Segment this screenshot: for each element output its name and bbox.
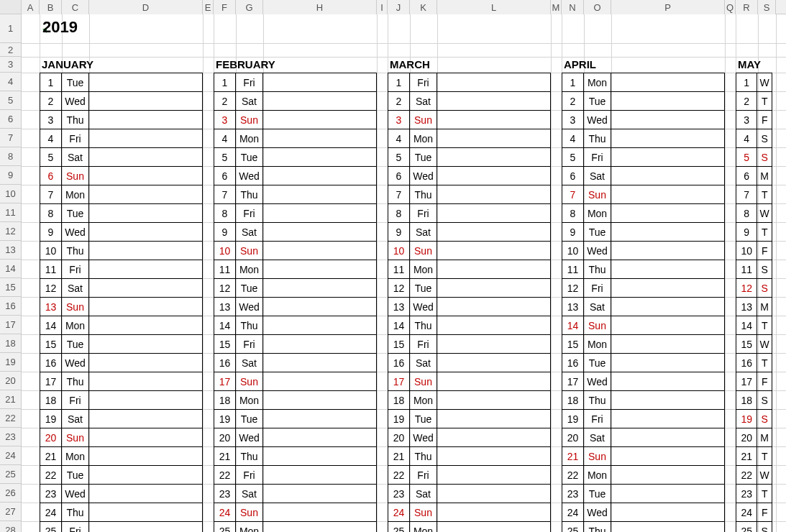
day-note[interactable] [89, 92, 202, 110]
calendar-row[interactable]: 2Tue [562, 92, 724, 111]
day-note[interactable] [611, 354, 724, 372]
calendar-row[interactable]: 1Tue [40, 73, 202, 92]
day-note[interactable] [89, 129, 202, 147]
calendar-row[interactable]: 20Sun [40, 428, 202, 447]
col-header-Q[interactable]: Q [725, 0, 736, 14]
day-note[interactable] [89, 335, 202, 353]
calendar-row[interactable]: 25S [736, 522, 772, 532]
calendar-row[interactable]: 6M [736, 167, 772, 185]
calendar-row[interactable]: 23Tue [562, 485, 724, 503]
calendar-row[interactable]: 6Sun [40, 167, 202, 185]
day-note[interactable] [437, 316, 550, 334]
calendar-row[interactable]: 17Wed [562, 372, 724, 391]
day-note[interactable] [437, 428, 550, 446]
day-note[interactable] [89, 167, 202, 185]
calendar-row[interactable]: 2T [736, 92, 772, 111]
day-note[interactable] [89, 372, 202, 390]
calendar-row[interactable]: 9T [736, 223, 772, 242]
col-header-E[interactable]: E [203, 0, 214, 14]
calendar-row[interactable]: 13M [736, 298, 772, 316]
day-note[interactable] [611, 466, 724, 484]
calendar-row[interactable]: 14Sun [562, 316, 724, 335]
calendar-row[interactable]: 3Thu [40, 111, 202, 129]
calendar-row[interactable]: 16T [736, 354, 772, 372]
calendar-row[interactable]: 17Sun [214, 372, 376, 391]
calendar-row[interactable]: 4Mon [214, 129, 376, 148]
calendar-row[interactable]: 16Wed [40, 354, 202, 372]
calendar-row[interactable]: 18Mon [214, 391, 376, 410]
calendar-row[interactable]: 22W [736, 466, 772, 485]
calendar-row[interactable]: 18Mon [388, 391, 550, 410]
row-header-10[interactable]: 10 [0, 185, 22, 203]
calendar-row[interactable]: 22Tue [40, 466, 202, 485]
day-note[interactable] [437, 242, 550, 260]
calendar-row[interactable]: 16Sat [388, 354, 550, 372]
col-header-O[interactable]: O [584, 0, 611, 14]
row-header-17[interactable]: 17 [0, 316, 22, 334]
calendar-row[interactable]: 4S [736, 129, 772, 148]
calendar-row[interactable]: 22Mon [562, 466, 724, 485]
calendar-row[interactable]: 9Tue [562, 223, 724, 242]
row-header-27[interactable]: 27 [0, 503, 22, 521]
col-header-A[interactable]: A [22, 0, 40, 14]
row-header-23[interactable]: 23 [0, 428, 22, 446]
day-note[interactable] [611, 335, 724, 353]
day-note[interactable] [437, 354, 550, 372]
calendar-row[interactable]: 15Mon [562, 335, 724, 354]
calendar-row[interactable]: 11Fri [40, 260, 202, 279]
calendar-row[interactable]: 22Fri [388, 466, 550, 485]
day-note[interactable] [89, 447, 202, 465]
day-note[interactable] [437, 279, 550, 297]
calendar-row[interactable]: 12Tue [388, 279, 550, 298]
calendar-row[interactable]: 11Mon [214, 260, 376, 279]
row-header-13[interactable]: 13 [0, 241, 22, 260]
day-note[interactable] [611, 372, 724, 390]
day-note[interactable] [437, 522, 550, 532]
calendar-row[interactable]: 24Wed [562, 503, 724, 522]
row-header-22[interactable]: 22 [0, 409, 22, 428]
calendar-row[interactable]: 15W [736, 335, 772, 354]
calendar-row[interactable]: 8W [736, 204, 772, 223]
day-note[interactable] [89, 73, 202, 91]
row-header-20[interactable]: 20 [0, 372, 22, 390]
calendar-row[interactable]: 7Mon [40, 185, 202, 204]
row-header-24[interactable]: 24 [0, 446, 22, 465]
calendar-row[interactable]: 13Sat [562, 298, 724, 316]
day-note[interactable] [263, 354, 376, 372]
calendar-row[interactable]: 12Fri [562, 279, 724, 298]
calendar-row[interactable]: 5S [736, 148, 772, 167]
calendar-row[interactable]: 23T [736, 485, 772, 503]
day-note[interactable] [89, 279, 202, 297]
day-note[interactable] [263, 447, 376, 465]
calendar-row[interactable]: 8Mon [562, 204, 724, 223]
day-note[interactable] [89, 485, 202, 503]
day-note[interactable] [437, 167, 550, 185]
calendar-row[interactable]: 14Thu [214, 316, 376, 335]
day-note[interactable] [437, 260, 550, 278]
calendar-row[interactable]: 15Tue [40, 335, 202, 354]
day-note[interactable] [89, 204, 202, 222]
calendar-row[interactable]: 7T [736, 185, 772, 204]
day-note[interactable] [437, 92, 550, 110]
calendar-row[interactable]: 12Sat [40, 279, 202, 298]
calendar-row[interactable]: 5Tue [214, 148, 376, 167]
day-note[interactable] [437, 298, 550, 316]
day-note[interactable] [263, 391, 376, 409]
day-note[interactable] [89, 466, 202, 484]
calendar-row[interactable]: 24F [736, 503, 772, 522]
row-header-5[interactable]: 5 [0, 91, 22, 110]
day-note[interactable] [263, 204, 376, 222]
row-header-3[interactable]: 3 [0, 57, 22, 73]
day-note[interactable] [611, 410, 724, 428]
day-note[interactable] [437, 223, 550, 241]
day-note[interactable] [611, 485, 724, 503]
calendar-row[interactable]: 19Fri [562, 410, 724, 428]
calendar-row[interactable]: 21Mon [40, 447, 202, 466]
row-header-28[interactable]: 28 [0, 521, 22, 532]
day-note[interactable] [89, 522, 202, 532]
day-note[interactable] [263, 335, 376, 353]
row-header-1[interactable]: 1 [0, 14, 22, 43]
day-note[interactable] [611, 223, 724, 241]
day-note[interactable] [89, 428, 202, 446]
day-note[interactable] [437, 148, 550, 166]
